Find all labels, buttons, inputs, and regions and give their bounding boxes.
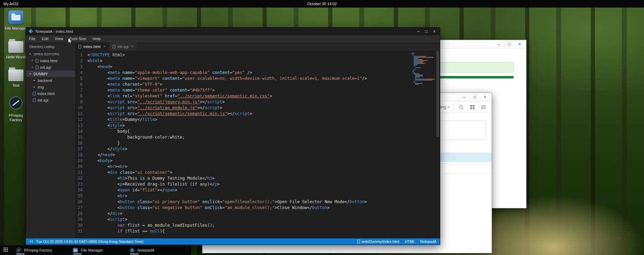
caret-down-icon: ▾ bbox=[29, 53, 32, 56]
code-line[interactable]: 5 <meta name="viewport" content="user-sc… bbox=[75, 76, 440, 82]
code-line[interactable]: 7 <meta name="theme-color" content="#4b7… bbox=[75, 87, 440, 93]
tree-item-index-html[interactable]: index.html bbox=[26, 90, 75, 97]
code-line[interactable]: 4 <meta name="apple-mobile-web-app-capab… bbox=[75, 70, 440, 76]
code-line[interactable]: 22 <h3>This is a Dummy Testing Module</h… bbox=[75, 176, 440, 181]
code-text: <meta name="theme-color" content="#4b75f… bbox=[87, 87, 215, 93]
code-line[interactable]: 18 </head> bbox=[75, 152, 440, 158]
aroz-menu-button[interactable]: My ArOZ bbox=[0, 2, 18, 6]
file-icon bbox=[113, 45, 115, 48]
taskbar-item-file-manager[interactable]: File Manager bbox=[68, 245, 125, 255]
tab-index-html[interactable]: index.html× bbox=[75, 42, 109, 51]
line-number: 10 bbox=[75, 105, 87, 111]
close-icon[interactable]: × bbox=[103, 45, 105, 48]
menu-edit[interactable]: Edit bbox=[39, 35, 52, 42]
close-icon[interactable]: × bbox=[31, 59, 34, 63]
desktop-icon-ffmpeg-factory[interactable]: FFmpeg Factory bbox=[3, 96, 29, 122]
code-text: if (flist == null){ bbox=[87, 228, 165, 234]
menu-file[interactable]: File bbox=[26, 35, 39, 42]
sidebar-item-dummy-folder[interactable]: ▾ DUMMY bbox=[26, 70, 75, 77]
close-icon[interactable]: × bbox=[432, 29, 437, 34]
system-topbar: My ArOZ October 20 14:02 bbox=[0, 0, 644, 8]
desktop-background[interactable]: My ArOZ October 20 14:02 File ManagerHel… bbox=[0, 0, 644, 255]
code-line[interactable]: 25 <br> bbox=[75, 193, 440, 199]
grid-view-icon[interactable] bbox=[469, 104, 476, 111]
code-line[interactable]: 6 <meta charset="UTF-8"> bbox=[75, 82, 440, 87]
taskbar-item-notepada[interactable]: NotepadA bbox=[125, 245, 182, 255]
code-line[interactable]: 20 <br><br> bbox=[75, 164, 440, 170]
code-editor[interactable]: 1<!DOCTYPE html>2<html>3 <head>4 <meta n… bbox=[75, 51, 440, 238]
code-line[interactable]: 23 <p>Received drag-in filelist (if any)… bbox=[75, 181, 440, 187]
maximize-icon[interactable]: □ bbox=[507, 40, 512, 48]
tab-init-agi[interactable]: init.agi× bbox=[109, 42, 137, 51]
minimize-icon[interactable]: – bbox=[496, 40, 501, 48]
minimap-line bbox=[415, 83, 423, 84]
maximize-icon[interactable]: □ bbox=[472, 93, 477, 101]
open-editor-index-html[interactable]: ×index.html bbox=[26, 57, 75, 64]
open-editor-init-agi[interactable]: ×init.agi bbox=[26, 64, 75, 70]
open-editor-label: init.agi bbox=[40, 65, 51, 69]
line-number: 19 bbox=[75, 158, 87, 164]
code-line[interactable]: 1<!DOCTYPE html> bbox=[75, 52, 440, 58]
code-line[interactable]: 29 <script> bbox=[75, 217, 440, 223]
minimap[interactable] bbox=[411, 53, 434, 85]
tree-item-img[interactable]: ▸img bbox=[26, 84, 75, 90]
line-number: 4 bbox=[75, 70, 87, 76]
code-line[interactable]: 14 body{ bbox=[75, 129, 440, 134]
code-line[interactable]: 8 <link rel="stylesheet" href="../script… bbox=[75, 93, 440, 99]
code-line[interactable]: 21 <div class="ui container"> bbox=[75, 170, 440, 176]
code-line[interactable]: 10 <script src="../script/ao_module.js">… bbox=[75, 105, 440, 111]
minimap-line bbox=[415, 66, 416, 67]
code-line[interactable]: 11 <script src="../script/semantic/seman… bbox=[75, 111, 440, 117]
code-line[interactable]: 12 <title>Dummy</title> bbox=[75, 117, 440, 123]
file-icon bbox=[36, 66, 38, 69]
close-icon[interactable]: × bbox=[483, 93, 487, 101]
tree-item-init-agi[interactable]: init.agi bbox=[26, 97, 75, 103]
code-line[interactable]: 9 <script src="../script/jquery.min.js">… bbox=[75, 99, 440, 105]
tree-item-backend[interactable]: ▸backend bbox=[26, 77, 75, 84]
minimize-icon[interactable]: – bbox=[462, 93, 467, 101]
menu-view[interactable]: View bbox=[51, 35, 66, 42]
line-number: 3 bbox=[75, 64, 87, 70]
menu-font-size[interactable]: Font Size bbox=[66, 35, 89, 42]
status-app-name: NotepadA bbox=[420, 239, 436, 244]
close-icon[interactable]: × bbox=[517, 40, 522, 48]
minimap-line bbox=[415, 84, 419, 85]
code-text: <div class="ui container"> bbox=[87, 170, 172, 176]
minimize-icon[interactable]: – bbox=[416, 29, 421, 34]
open-editors-list: ×index.html×init.agi bbox=[26, 57, 75, 70]
scrollbar-thumb[interactable] bbox=[436, 51, 439, 137]
code-line[interactable]: 3 <head> bbox=[75, 64, 440, 70]
code-line[interactable]: 26 <button class="ui primary button" onc… bbox=[75, 199, 440, 205]
file-icon bbox=[36, 59, 38, 63]
code-line[interactable]: 30 var flist = ao_module_loadInputFiles(… bbox=[75, 223, 440, 228]
open-editor-label: index.html bbox=[40, 59, 57, 63]
status-language[interactable]: HTML bbox=[405, 239, 415, 244]
maximize-icon[interactable]: □ bbox=[424, 29, 429, 34]
code-text: body{ bbox=[87, 129, 130, 134]
code-line[interactable]: 13 <style> bbox=[75, 123, 440, 129]
system-clock: October 20 14:02 bbox=[307, 2, 337, 6]
list-view-icon[interactable] bbox=[480, 104, 487, 111]
desktop-icon-test[interactable]: Test bbox=[3, 67, 29, 88]
menu-help[interactable]: Help bbox=[89, 35, 104, 42]
code-line[interactable]: 24 <span id="flist"></span> bbox=[75, 187, 440, 193]
taskbar-item-ffmpeg-factory[interactable]: FFmpeg Factory bbox=[11, 245, 68, 255]
desktop-icon-file-manager[interactable]: File Manager bbox=[3, 10, 29, 31]
code-line[interactable]: 2<html> bbox=[75, 58, 440, 64]
code-line[interactable]: 28 </div> bbox=[75, 211, 440, 217]
search-icon[interactable] bbox=[458, 104, 465, 111]
close-icon[interactable]: × bbox=[131, 45, 133, 48]
editor-scrollbar[interactable] bbox=[436, 51, 439, 238]
code-line[interactable]: 27 <button class="ui negative button" on… bbox=[75, 205, 440, 211]
code-line[interactable]: 19 <body> bbox=[75, 158, 440, 164]
close-icon[interactable]: × bbox=[31, 65, 34, 69]
code-line[interactable]: 31 if (flist == null){ bbox=[75, 228, 440, 234]
code-line[interactable]: 17 </style> bbox=[75, 146, 440, 152]
desktop-icon-hello-world[interactable]: Hello World bbox=[3, 39, 29, 59]
code-line[interactable]: 15 background-color:white; bbox=[75, 134, 440, 140]
start-menu-button[interactable] bbox=[0, 245, 11, 255]
notepada-titlebar[interactable]: NotepadA - index.html – □ × bbox=[26, 28, 440, 35]
open-editors-section[interactable]: ▾ OPEN EDITORS bbox=[26, 51, 75, 57]
code-line[interactable]: 16 } bbox=[75, 140, 440, 146]
tree-item-label: img bbox=[38, 85, 44, 89]
